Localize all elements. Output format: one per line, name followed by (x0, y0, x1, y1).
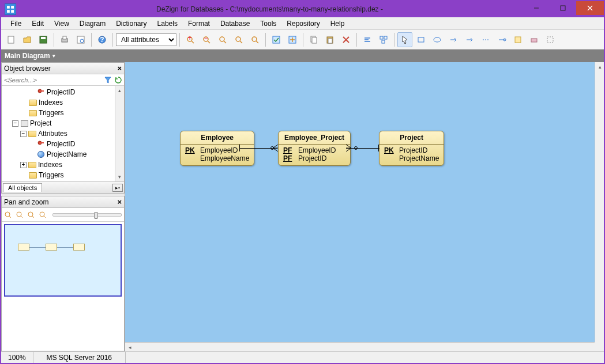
all-objects-tab[interactable]: All objects (3, 183, 42, 192)
open-button[interactable] (20, 32, 35, 47)
stamp-tool[interactable] (527, 32, 542, 47)
svg-rect-37 (380, 36, 383, 39)
menu-edit[interactable]: Edit (27, 18, 48, 29)
tree-toggle-icon[interactable]: + (20, 162, 27, 168)
tree-item[interactable]: −Project (2, 118, 124, 128)
relationship-tool-1[interactable] (430, 32, 445, 47)
print-button[interactable] (57, 32, 72, 47)
tree-toggle-icon[interactable]: − (20, 131, 27, 137)
pz-zoom-in-icon[interactable] (4, 211, 12, 219)
zoom-out-button[interactable]: − (199, 32, 214, 47)
entity-title: Employee (181, 131, 254, 145)
entity-attribute: PFEmployeeID (283, 146, 345, 154)
svg-point-27 (252, 37, 257, 41)
relationship-tool-2[interactable] (446, 32, 461, 47)
menu-help[interactable]: Help (326, 18, 350, 29)
zoom-window-button[interactable] (247, 32, 262, 47)
zoom-slider[interactable] (52, 213, 122, 217)
svg-rect-32 (312, 37, 317, 43)
tree-item[interactable]: −Attributes (2, 128, 124, 139)
pz-zoom-100-icon[interactable] (39, 211, 47, 219)
relationship-tool-5[interactable] (494, 32, 509, 47)
object-browser-close-icon[interactable]: × (117, 64, 122, 73)
menu-dictionary[interactable]: Dictionary (111, 18, 151, 29)
tree-item[interactable]: +Indexes (2, 160, 124, 170)
svg-point-23 (220, 37, 224, 41)
svg-line-66 (273, 148, 278, 151)
delete-button[interactable] (339, 32, 354, 47)
new-button[interactable] (3, 32, 18, 47)
svg-text:−: − (204, 35, 208, 42)
entity-tool[interactable] (414, 32, 429, 47)
toolbar: ? All attributes + − (1, 30, 604, 50)
entity-employee_project[interactable]: Employee_ProjectPFEmployeeIDPFProjectID (278, 131, 351, 166)
relationship-tool-4[interactable] (478, 32, 493, 47)
footer-toggle-icon[interactable]: ▸▫ (112, 184, 123, 192)
align-button[interactable] (360, 32, 375, 47)
tree-item[interactable]: ProjectName (2, 149, 124, 160)
menu-format[interactable]: Format (183, 18, 215, 29)
tab-dropdown-icon[interactable]: ▾ (52, 53, 55, 59)
pz-zoom-fit-icon[interactable] (27, 211, 35, 219)
menu-database[interactable]: Database (216, 18, 254, 29)
entity-attribute: PFProjectID (283, 154, 345, 162)
paste-button[interactable] (322, 32, 337, 47)
region-tool[interactable] (543, 32, 558, 47)
menu-view[interactable]: View (50, 18, 74, 29)
tree-item[interactable]: Indexes (2, 97, 124, 108)
help-button[interactable]: ? (95, 32, 110, 47)
svg-line-21 (208, 41, 210, 43)
pointer-tool[interactable] (397, 32, 412, 47)
layout-button[interactable] (376, 32, 391, 47)
menu-labels[interactable]: Labels (153, 18, 182, 29)
attributes-select[interactable]: All attributes (116, 33, 176, 46)
relationship-tool-3[interactable] (462, 32, 477, 47)
zoom-fit-button[interactable] (215, 32, 230, 47)
statusbar: 100% MS SQL Server 2016 (1, 351, 604, 363)
maximize-button[interactable] (550, 1, 576, 15)
tree-item[interactable]: Triggers (2, 170, 124, 180)
object-tree[interactable]: ProjectIDIndexesTriggers−Project−Attribu… (2, 86, 124, 181)
canvas-hscrollbar[interactable]: ◂ (125, 342, 595, 351)
svg-rect-12 (63, 36, 66, 39)
pan-zoom-canvas[interactable] (2, 222, 124, 351)
save-button[interactable] (36, 32, 51, 47)
svg-line-63 (44, 216, 46, 218)
diagram-canvas[interactable]: EmployeePKEmployeeIDEmployeeNameEmployee… (125, 62, 604, 351)
close-button[interactable] (576, 1, 604, 15)
tree-scrollbar[interactable]: ▴ ▾ (115, 86, 124, 181)
pz-zoom-out-icon[interactable] (16, 211, 24, 219)
tree-item[interactable]: Triggers (2, 108, 124, 118)
zoom-100-button[interactable] (231, 32, 246, 47)
diagram-tab[interactable]: Main Diagram (5, 52, 50, 60)
zoom-in-button[interactable]: + (183, 32, 198, 47)
minimize-button[interactable] (523, 1, 550, 15)
tree-item[interactable]: ProjectID (2, 87, 124, 97)
filter-icon[interactable] (103, 75, 112, 85)
menu-file[interactable]: File (6, 18, 26, 29)
object-browser-title: Object browser (4, 65, 51, 73)
search-input[interactable] (3, 77, 102, 84)
menu-repository[interactable]: Repository (282, 18, 324, 29)
entity-attribute: EmployeeName (185, 154, 249, 162)
menu-diagram[interactable]: Diagram (75, 18, 110, 29)
svg-rect-53 (41, 90, 44, 92)
tree-item-label: ProjectID (47, 88, 75, 96)
tree-item[interactable]: ProjectID (2, 139, 124, 149)
tree-toggle-icon[interactable]: − (12, 120, 18, 127)
check-model-button[interactable] (269, 32, 284, 47)
generate-button[interactable] (285, 32, 300, 47)
refresh-icon[interactable] (114, 75, 123, 85)
print-preview-button[interactable] (73, 32, 88, 47)
canvas-vscrollbar[interactable]: ▴ (595, 62, 604, 342)
note-tool[interactable] (510, 32, 525, 47)
pan-zoom-close-icon[interactable]: × (117, 198, 122, 206)
status-db: MS SQL Server 2016 (33, 352, 126, 363)
menu-tools[interactable]: Tools (255, 18, 281, 29)
svg-line-67 (346, 145, 351, 148)
tree-item-label: Indexes (38, 161, 62, 169)
entity-project[interactable]: ProjectPKProjectIDProjectName (379, 131, 444, 166)
copy-button[interactable] (306, 32, 321, 47)
entity-attribute: PKProjectID (384, 146, 439, 154)
tree-item-label: Attributes (38, 130, 67, 138)
